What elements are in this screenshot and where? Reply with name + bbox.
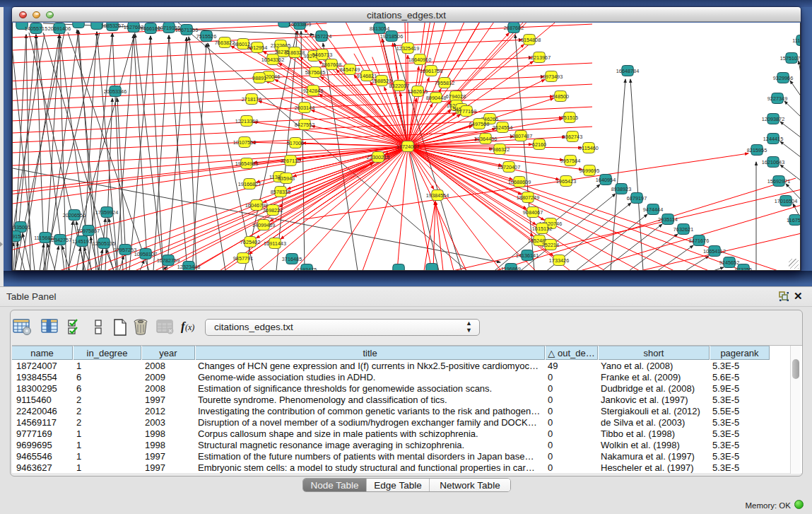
svg-text:9227349: 9227349	[767, 95, 787, 102]
svg-text:9957584: 9957584	[560, 158, 580, 164]
svg-text:23300215: 23300215	[367, 154, 389, 160]
svg-text:748500: 748500	[552, 93, 569, 100]
svg-text:9699695: 9699695	[579, 168, 599, 174]
svg-text:10975867: 10975867	[77, 228, 100, 234]
svg-text:7357224: 7357224	[312, 33, 331, 40]
svg-text:20053346: 20053346	[104, 88, 126, 95]
svg-text:18724007: 18724007	[396, 144, 419, 150]
svg-text:7663822: 7663822	[215, 40, 235, 46]
svg-text:9777169: 9777169	[457, 108, 476, 115]
svg-text:2935114: 2935114	[658, 216, 678, 223]
svg-text:8912954: 8912954	[247, 45, 267, 51]
svg-text:10107553: 10107553	[233, 139, 256, 146]
svg-text:18640910: 18640910	[408, 57, 431, 63]
svg-text:16210643: 16210643	[762, 159, 784, 165]
svg-text:18807249: 18807249	[517, 194, 539, 201]
svg-text:8935001: 8935001	[13, 224, 30, 230]
svg-text:16154808: 16154808	[518, 37, 541, 43]
svg-text:15751074: 15751074	[780, 55, 801, 62]
svg-text:1733426: 1733426	[549, 257, 569, 264]
svg-text:12093872: 12093872	[762, 116, 784, 122]
svg-text:5465733: 5465733	[312, 52, 332, 58]
svg-text:16961758: 16961758	[420, 68, 442, 74]
svg-text:7515526: 7515526	[196, 33, 216, 40]
svg-text:15692971: 15692971	[767, 178, 790, 185]
svg-text:10958107: 10958107	[134, 251, 157, 257]
svg-text:9329966: 9329966	[773, 75, 793, 81]
svg-text:973255: 973255	[735, 267, 752, 271]
svg-text:7632621: 7632621	[673, 226, 693, 233]
svg-text:5875685: 5875685	[305, 69, 325, 76]
svg-text:10853257: 10853257	[101, 23, 124, 29]
svg-text:10807487: 10807487	[510, 133, 532, 139]
svg-text:12342757: 12342757	[49, 237, 71, 243]
svg-text:14136141: 14136141	[516, 252, 539, 259]
svg-text:3267130: 3267130	[281, 158, 300, 164]
svg-text:1196869: 1196869	[501, 266, 521, 271]
svg-text:3624554: 3624554	[493, 124, 512, 131]
svg-text:3716485: 3716485	[282, 256, 302, 262]
svg-text:1362615: 1362615	[408, 88, 428, 95]
svg-text:10688609: 10688609	[508, 179, 531, 185]
svg-text:9857791: 9857791	[233, 255, 253, 262]
svg-text:12323448: 12323448	[177, 264, 200, 270]
svg-text:12213967: 12213967	[528, 54, 551, 61]
svg-text:8471676: 8471676	[689, 238, 709, 244]
svg-text:98891: 98891	[252, 75, 266, 81]
svg-text:15720407: 15720407	[498, 164, 520, 170]
svg-text:17359924: 17359924	[95, 209, 118, 216]
svg-text:14055715: 14055715	[25, 25, 47, 32]
svg-text:9084067: 9084067	[523, 209, 543, 216]
svg-text:6794028: 6794028	[446, 93, 466, 100]
svg-text:8215955: 8215955	[747, 147, 767, 153]
svg-text:21364436: 21364436	[474, 136, 497, 142]
svg-text:16543362: 16543362	[261, 57, 284, 63]
svg-text:19166827: 19166827	[238, 181, 261, 187]
svg-text:10973493: 10973493	[540, 74, 563, 80]
svg-text:1244415: 1244415	[763, 136, 783, 142]
svg-text:8427552: 8427552	[295, 122, 314, 128]
svg-text:16033809: 16033809	[288, 23, 311, 28]
svg-text:116753: 116753	[787, 217, 801, 223]
svg-text:8454749: 8454749	[340, 66, 360, 73]
svg-text:8186328: 8186328	[285, 49, 305, 56]
svg-text:19384554: 19384554	[426, 192, 449, 199]
svg-text:(x): (x)	[185, 322, 194, 332]
svg-text:20206556: 20206556	[63, 212, 86, 218]
svg-text:9474444: 9474444	[643, 206, 663, 213]
svg-text:751515: 751515	[561, 115, 578, 121]
svg-text:5362743: 5362743	[563, 134, 582, 140]
svg-text:16782759: 16782759	[157, 257, 180, 264]
svg-text:8938923: 8938923	[611, 186, 631, 192]
svg-text:12505135: 12505135	[93, 240, 115, 247]
svg-text:6497568: 6497568	[469, 121, 489, 127]
svg-text:9245652: 9245652	[719, 259, 739, 266]
svg-text:16648784: 16648784	[616, 68, 639, 74]
svg-text:10654112: 10654112	[703, 248, 726, 255]
svg-text:1145193: 1145193	[72, 238, 92, 245]
svg-text:3698222: 3698222	[263, 207, 283, 214]
svg-text:19218506: 19218506	[380, 33, 403, 40]
svg-text:8193475: 8193475	[297, 267, 317, 271]
svg-text:8990448: 8990448	[426, 95, 446, 101]
svg-text:1965423: 1965423	[556, 178, 576, 185]
svg-text:20691406: 20691406	[48, 25, 71, 32]
svg-text:12325419: 12325419	[396, 45, 419, 52]
svg-text:17016504: 17016504	[775, 198, 797, 204]
svg-text:1117898: 1117898	[792, 37, 801, 44]
svg-text:2718176: 2718176	[242, 96, 261, 103]
svg-text:14099489: 14099489	[252, 222, 275, 228]
svg-text:7986322: 7986322	[490, 146, 510, 153]
svg-text:1640954: 1640954	[596, 177, 616, 183]
svg-text:517006: 517006	[287, 140, 304, 146]
svg-text:8322037: 8322037	[389, 83, 409, 89]
svg-text:2887682: 2887682	[504, 25, 524, 31]
svg-text:16911443: 16911443	[264, 240, 286, 247]
svg-text:19654983: 19654983	[235, 160, 258, 167]
svg-text:2867608: 2867608	[322, 62, 341, 68]
svg-text:8813054: 8813054	[370, 25, 389, 32]
svg-text:62160: 62160	[532, 141, 546, 148]
svg-text:2803144: 2803144	[295, 105, 314, 111]
svg-text:17957253: 17957253	[114, 247, 136, 253]
svg-text:939154: 939154	[13, 233, 23, 240]
